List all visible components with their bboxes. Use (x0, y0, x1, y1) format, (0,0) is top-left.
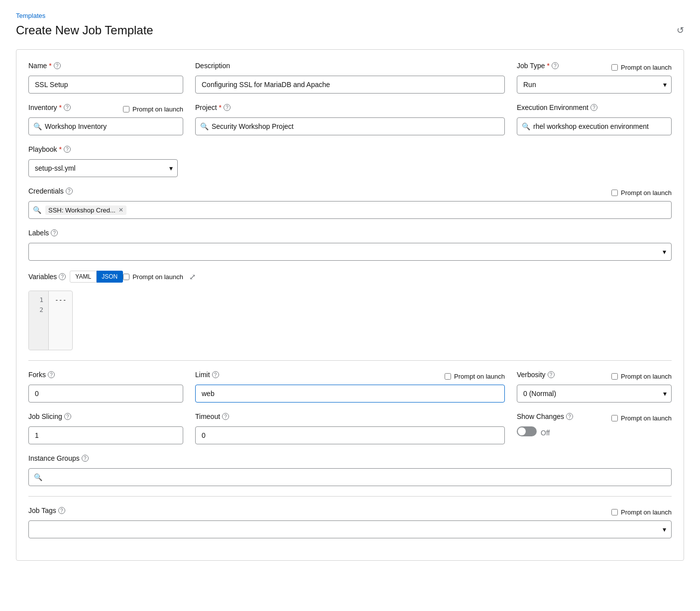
labels-select-wrapper[interactable]: ▾ (28, 243, 672, 261)
job-type-label: Job Type * ? (517, 62, 559, 70)
verbosity-select[interactable]: 0 (Normal) 1 (Verbose) 2 (More Verbose) … (517, 385, 672, 403)
timeout-label: Timeout ? (195, 412, 229, 420)
playbook-required-star: * (59, 145, 62, 153)
labels-select-control[interactable]: ▾ (28, 243, 672, 261)
job-slicing-label: Job Slicing ? (28, 412, 71, 420)
project-label: Project * ? (195, 103, 231, 111)
execution-environment-label: Execution Environment ? (517, 103, 597, 111)
playbook-select[interactable]: setup-ssl.yml (28, 159, 178, 177)
show-changes-label: Show Changes ? (517, 412, 573, 420)
project-help-icon[interactable]: ? (224, 104, 231, 111)
labels-chevron-icon: ▾ (663, 248, 666, 256)
inventory-label: Inventory * ? (28, 103, 71, 111)
job-slicing-input[interactable] (28, 426, 183, 444)
verbosity-prompt-checkbox[interactable] (611, 373, 618, 380)
execution-environment-help-icon[interactable]: ? (590, 104, 597, 111)
job-type-select[interactable]: Run Check (517, 76, 672, 94)
job-tags-help-icon[interactable]: ? (58, 507, 65, 514)
job-tags-chevron-icon: ▾ (663, 525, 666, 533)
variables-label: Variables ? (28, 273, 66, 281)
credentials-prompt-label: Prompt on launch (621, 189, 672, 197)
project-search-icon: 🔍 (200, 122, 209, 130)
variables-expand-icon[interactable]: ⤢ (189, 272, 196, 282)
forks-help-icon[interactable]: ? (48, 371, 55, 378)
name-label: Name * ? (28, 62, 61, 70)
description-input[interactable] (195, 76, 505, 94)
breadcrumb[interactable]: Templates (16, 12, 684, 19)
forks-label: Forks ? (28, 371, 55, 379)
name-help-icon[interactable]: ? (54, 62, 61, 69)
variables-editor[interactable]: 1 2 --- (28, 291, 73, 350)
job-tags-select[interactable]: ▾ (28, 520, 672, 538)
inventory-prompt-checkbox[interactable] (123, 106, 129, 112)
labels-label: Labels ? (28, 229, 58, 237)
job-type-prompt-checkbox[interactable] (611, 64, 618, 71)
inventory-prompt-label: Prompt on launch (132, 105, 183, 113)
limit-prompt-checkbox[interactable] (445, 373, 451, 380)
page-title: Create New Job Template (16, 23, 153, 37)
variables-prompt-checkbox[interactable] (123, 274, 129, 280)
forks-input[interactable] (28, 385, 183, 403)
instance-groups-search-icon: 🔍 (34, 473, 42, 481)
credentials-help-icon[interactable]: ? (66, 188, 73, 195)
credentials-tag: SSH: Workshop Cred... ✕ (45, 205, 126, 215)
history-icon[interactable]: ↺ (677, 25, 684, 36)
job-tags-prompt-checkbox[interactable] (611, 509, 618, 515)
job-type-prompt-label: Prompt on launch (621, 64, 672, 71)
variables-prompt-label: Prompt on launch (132, 273, 183, 281)
code-content[interactable]: --- (49, 291, 72, 350)
verbosity-help-icon[interactable]: ? (548, 371, 555, 378)
execution-environment-search-icon: 🔍 (522, 122, 530, 130)
description-label: Description (195, 62, 230, 70)
job-type-help-icon[interactable]: ? (552, 62, 559, 69)
verbosity-prompt-label: Prompt on launch (621, 373, 672, 380)
inventory-input[interactable] (28, 117, 183, 135)
verbosity-label: Verbosity ? (517, 371, 555, 379)
name-input[interactable] (28, 76, 183, 94)
timeout-input[interactable] (195, 426, 505, 444)
job-tags-label: Job Tags ? (28, 507, 65, 514)
variables-tab-group: YAML JSON (70, 271, 123, 283)
limit-input[interactable] (195, 385, 505, 403)
credentials-field[interactable]: 🔍 SSH: Workshop Cred... ✕ (28, 201, 672, 219)
name-required-star: * (49, 62, 51, 70)
instance-groups-help-icon[interactable]: ? (82, 455, 89, 462)
variables-help-icon[interactable]: ? (59, 273, 66, 280)
limit-prompt-label: Prompt on launch (454, 373, 505, 380)
yaml-tab[interactable]: YAML (70, 271, 97, 283)
limit-label: Limit ? (195, 371, 219, 379)
line-numbers: 1 2 (29, 291, 49, 350)
job-slicing-help-icon[interactable]: ? (64, 413, 71, 420)
limit-help-icon[interactable]: ? (212, 371, 219, 378)
show-changes-off-text: Off (541, 429, 550, 437)
json-tab[interactable]: JSON (97, 271, 123, 283)
execution-environment-input[interactable] (517, 117, 672, 135)
playbook-help-icon[interactable]: ? (64, 146, 71, 153)
job-type-required-star: * (547, 62, 550, 70)
show-changes-prompt-checkbox[interactable] (611, 415, 618, 421)
instance-groups-label: Instance Groups ? (28, 454, 89, 462)
inventory-help-icon[interactable]: ? (64, 104, 71, 111)
show-changes-toggle[interactable] (517, 426, 537, 436)
job-tags-prompt-label: Prompt on launch (621, 509, 672, 516)
show-changes-prompt-label: Prompt on launch (621, 414, 672, 422)
credentials-label: Credentials ? (28, 187, 73, 195)
labels-help-icon[interactable]: ? (51, 229, 58, 236)
inventory-search-icon: 🔍 (33, 122, 42, 130)
timeout-help-icon[interactable]: ? (222, 413, 229, 420)
credentials-search-icon: 🔍 (33, 206, 41, 214)
project-input[interactable] (195, 117, 505, 135)
credentials-tag-close[interactable]: ✕ (118, 206, 123, 213)
playbook-label: Playbook * ? (28, 145, 71, 153)
instance-groups-search[interactable]: 🔍 (28, 468, 672, 486)
show-changes-toggle-wrapper: Off (517, 426, 672, 439)
show-changes-help-icon[interactable]: ? (566, 413, 573, 420)
project-required-star: * (219, 103, 222, 111)
credentials-prompt-checkbox[interactable] (611, 190, 618, 196)
inventory-required-star: * (59, 103, 62, 111)
